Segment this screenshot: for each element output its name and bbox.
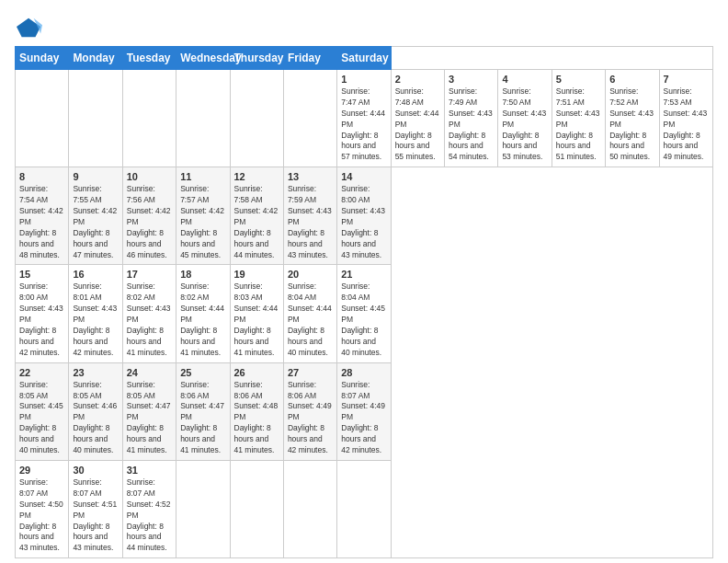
calendar-week-1: 8 Sunrise: 7:54 AM Sunset: 4:42 PM Dayli… [16, 167, 713, 265]
day-number: 28 [341, 367, 386, 378]
calendar-cell [176, 460, 230, 557]
day-info: Sunrise: 8:01 AM Sunset: 4:43 PM Dayligh… [73, 282, 118, 358]
calendar-cell [283, 460, 336, 557]
calendar-cell [69, 70, 122, 167]
calendar-cell [230, 460, 283, 557]
calendar-cell: 8 Sunrise: 7:54 AM Sunset: 4:42 PM Dayli… [16, 167, 69, 265]
day-info: Sunrise: 8:05 AM Sunset: 4:45 PM Dayligh… [19, 380, 64, 456]
calendar-cell [176, 70, 230, 167]
day-number: 5 [556, 74, 601, 85]
calendar-cell: 14 Sunrise: 8:00 AM Sunset: 4:43 PM Dayl… [337, 167, 391, 265]
calendar-cell [283, 70, 336, 167]
calendar-cell: 18 Sunrise: 8:02 AM Sunset: 4:44 PM Dayl… [176, 265, 230, 362]
day-info: Sunrise: 7:56 AM Sunset: 4:42 PM Dayligh… [127, 184, 172, 260]
day-number: 19 [234, 269, 279, 280]
day-info: Sunrise: 8:03 AM Sunset: 4:44 PM Dayligh… [234, 282, 279, 358]
day-info: Sunrise: 8:07 AM Sunset: 4:49 PM Dayligh… [341, 380, 386, 456]
day-number: 27 [288, 367, 333, 378]
day-number: 21 [341, 269, 386, 280]
calendar-cell: 29 Sunrise: 8:07 AM Sunset: 4:50 PM Dayl… [16, 460, 69, 557]
day-info: Sunrise: 7:49 AM Sunset: 4:43 PM Dayligh… [449, 86, 494, 163]
day-number: 13 [288, 171, 333, 182]
day-number: 30 [73, 465, 118, 476]
calendar-week-3: 22 Sunrise: 8:05 AM Sunset: 4:45 PM Dayl… [16, 362, 713, 460]
day-info: Sunrise: 7:54 AM Sunset: 4:42 PM Dayligh… [19, 184, 64, 260]
calendar-cell: 26 Sunrise: 8:06 AM Sunset: 4:48 PM Dayl… [230, 362, 283, 460]
day-info: Sunrise: 8:07 AM Sunset: 4:51 PM Dayligh… [73, 477, 118, 554]
calendar-cell: 13 Sunrise: 7:59 AM Sunset: 4:43 PM Dayl… [283, 167, 336, 265]
day-info: Sunrise: 8:04 AM Sunset: 4:45 PM Dayligh… [341, 282, 386, 358]
logo-icon [17, 15, 42, 40]
calendar-cell: 9 Sunrise: 7:55 AM Sunset: 4:42 PM Dayli… [69, 167, 122, 265]
calendar-cell: 28 Sunrise: 8:07 AM Sunset: 4:49 PM Dayl… [337, 362, 391, 460]
calendar-cell: 27 Sunrise: 8:06 AM Sunset: 4:49 PM Dayl… [283, 362, 336, 460]
calendar-cell: 23 Sunrise: 8:05 AM Sunset: 4:46 PM Dayl… [69, 362, 122, 460]
header-sunday: Sunday [16, 47, 69, 70]
day-number: 12 [234, 171, 279, 182]
day-number: 1 [341, 74, 386, 85]
day-number: 4 [502, 74, 547, 85]
day-number: 23 [73, 367, 118, 378]
day-number: 14 [341, 171, 386, 182]
day-info: Sunrise: 8:06 AM Sunset: 4:49 PM Dayligh… [288, 380, 333, 456]
calendar-cell: 1 Sunrise: 7:47 AM Sunset: 4:44 PM Dayli… [337, 70, 391, 167]
day-info: Sunrise: 7:55 AM Sunset: 4:42 PM Dayligh… [73, 184, 118, 260]
calendar-cell [230, 70, 283, 167]
day-info: Sunrise: 8:06 AM Sunset: 4:47 PM Dayligh… [180, 380, 225, 456]
day-info: Sunrise: 7:48 AM Sunset: 4:44 PM Dayligh… [395, 86, 440, 163]
calendar-cell: 12 Sunrise: 7:58 AM Sunset: 4:42 PM Dayl… [230, 167, 283, 265]
day-number: 18 [180, 269, 225, 280]
calendar-table: SundayMondayTuesdayWednesdayThursdayFrid… [15, 46, 713, 558]
day-number: 2 [395, 74, 440, 85]
day-number: 15 [19, 269, 64, 280]
day-info: Sunrise: 8:00 AM Sunset: 4:43 PM Dayligh… [19, 282, 64, 358]
day-info: Sunrise: 7:57 AM Sunset: 4:42 PM Dayligh… [180, 184, 225, 260]
day-info: Sunrise: 7:59 AM Sunset: 4:43 PM Dayligh… [288, 184, 333, 260]
day-number: 29 [19, 465, 64, 476]
day-number: 22 [19, 367, 64, 378]
calendar-week-0: 1 Sunrise: 7:47 AM Sunset: 4:44 PM Dayli… [16, 70, 713, 167]
calendar-cell: 3 Sunrise: 7:49 AM Sunset: 4:43 PM Dayli… [445, 70, 498, 167]
day-info: Sunrise: 8:07 AM Sunset: 4:50 PM Dayligh… [19, 477, 64, 554]
day-info: Sunrise: 8:06 AM Sunset: 4:48 PM Dayligh… [234, 380, 279, 456]
header-thursday: Thursday [230, 47, 283, 70]
day-number: 16 [73, 269, 118, 280]
calendar-cell: 5 Sunrise: 7:51 AM Sunset: 4:43 PM Dayli… [552, 70, 605, 167]
day-info: Sunrise: 7:47 AM Sunset: 4:44 PM Dayligh… [341, 86, 386, 163]
day-info: Sunrise: 7:51 AM Sunset: 4:43 PM Dayligh… [556, 86, 601, 163]
day-number: 20 [288, 269, 333, 280]
day-info: Sunrise: 8:05 AM Sunset: 4:47 PM Dayligh… [127, 380, 172, 456]
calendar-cell [122, 70, 176, 167]
calendar-cell: 2 Sunrise: 7:48 AM Sunset: 4:44 PM Dayli… [391, 70, 444, 167]
calendar-week-2: 15 Sunrise: 8:00 AM Sunset: 4:43 PM Dayl… [16, 265, 713, 362]
calendar-header-row: SundayMondayTuesdayWednesdayThursdayFrid… [16, 47, 713, 70]
calendar-cell: 31 Sunrise: 8:07 AM Sunset: 4:52 PM Dayl… [122, 460, 176, 557]
calendar-cell: 6 Sunrise: 7:52 AM Sunset: 4:43 PM Dayli… [606, 70, 659, 167]
header-friday: Friday [283, 47, 336, 70]
header [15, 15, 713, 37]
header-wednesday: Wednesday [176, 47, 230, 70]
day-info: Sunrise: 8:02 AM Sunset: 4:43 PM Dayligh… [127, 282, 172, 358]
calendar-cell: 21 Sunrise: 8:04 AM Sunset: 4:45 PM Dayl… [337, 265, 391, 362]
calendar-cell: 17 Sunrise: 8:02 AM Sunset: 4:43 PM Dayl… [122, 265, 176, 362]
calendar-cell: 7 Sunrise: 7:53 AM Sunset: 4:43 PM Dayli… [659, 70, 713, 167]
day-info: Sunrise: 7:52 AM Sunset: 4:43 PM Dayligh… [609, 86, 654, 163]
day-info: Sunrise: 7:50 AM Sunset: 4:43 PM Dayligh… [502, 86, 547, 163]
calendar-cell [337, 460, 391, 557]
header-saturday: Saturday [337, 47, 391, 70]
calendar-cell: 4 Sunrise: 7:50 AM Sunset: 4:43 PM Dayli… [498, 70, 552, 167]
day-info: Sunrise: 7:58 AM Sunset: 4:42 PM Dayligh… [234, 184, 279, 260]
day-number: 6 [609, 74, 654, 85]
calendar-week-4: 29 Sunrise: 8:07 AM Sunset: 4:50 PM Dayl… [16, 460, 713, 557]
calendar-cell: 16 Sunrise: 8:01 AM Sunset: 4:43 PM Dayl… [69, 265, 122, 362]
calendar-cell: 15 Sunrise: 8:00 AM Sunset: 4:43 PM Dayl… [16, 265, 69, 362]
day-number: 26 [234, 367, 279, 378]
day-info: Sunrise: 8:05 AM Sunset: 4:46 PM Dayligh… [73, 380, 118, 456]
calendar-cell: 30 Sunrise: 8:07 AM Sunset: 4:51 PM Dayl… [69, 460, 122, 557]
day-number: 31 [127, 465, 172, 476]
day-info: Sunrise: 8:02 AM Sunset: 4:44 PM Dayligh… [180, 282, 225, 358]
calendar-cell: 19 Sunrise: 8:03 AM Sunset: 4:44 PM Dayl… [230, 265, 283, 362]
day-info: Sunrise: 8:00 AM Sunset: 4:43 PM Dayligh… [341, 184, 386, 260]
day-info: Sunrise: 8:04 AM Sunset: 4:44 PM Dayligh… [288, 282, 333, 358]
day-number: 11 [180, 171, 225, 182]
